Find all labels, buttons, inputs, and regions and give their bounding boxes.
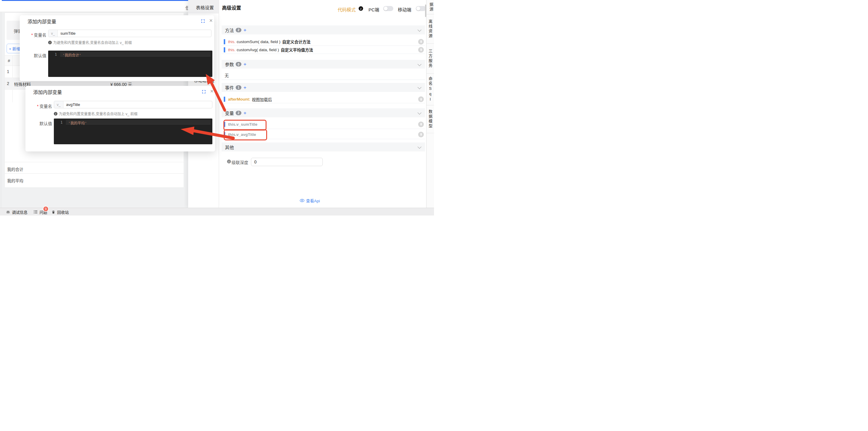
editor-code: '我的平均' [68,120,87,125]
info-icon: i [54,112,57,116]
section-header-variables[interactable]: 变量 2 + [222,108,425,117]
chevron-down-icon[interactable] [417,111,422,115]
chevron-down-icon[interactable] [417,62,422,66]
row-index: 1 [7,69,9,74]
left-divider [1,12,1,208]
close-icon[interactable]: ✕ [209,18,213,23]
strip-tab-datasource[interactable]: 据源 [427,0,434,15]
editor-line-number: 1 [55,52,57,57]
methods-count-badge: 2 [236,28,241,32]
variable-prefix: v_ [49,30,58,37]
delete-variable-button[interactable] [418,121,424,127]
method-desc: 自定义平均值方法 [281,47,313,53]
strip-tab-data-model[interactable]: 数据模型 [427,105,434,133]
variables-add-icon[interactable]: + [244,110,246,116]
editor-current-line [66,120,211,124]
default-value-code-editor[interactable]: 1 '我的合计' [48,51,212,77]
debug-info-label: 调试信息 [12,209,28,215]
delete-variable-button[interactable] [418,132,424,137]
summary-row-sum[interactable]: 我的合计 [5,162,184,174]
divider [222,80,425,80]
annotation-box-sumTitle [223,120,267,131]
editor-current-line [60,52,211,57]
summary-sum-label: 我的合计 [7,166,23,172]
panel-title: 高级设置 [222,4,241,11]
summary-row-avg[interactable]: 我的平均 [5,173,184,187]
variable-name-input[interactable] [63,101,212,108]
method-desc: 自定义合计方法 [282,38,311,45]
table-settings-title-bar[interactable]: 表格设置 [188,0,219,13]
add-variable-dialog-avg: 添加内部变量 ✕ *变量名 v_ i 为避免和内置变量重名,变量名会自动加上 v… [25,86,215,151]
row-index: 2 [7,81,9,86]
delete-event-button[interactable] [418,96,424,102]
recycle-bin-label: 回收站 [57,209,69,215]
mobile-toggle[interactable] [416,6,426,11]
editor-code: '我的合计' [63,52,81,57]
code-mode-info-icon[interactable]: i [359,6,363,11]
app-root: 低 弹窗 + 新增 # 1 2 特殊材料 ¥ 666.00 元 我的合计 我的平… [0,0,434,216]
method-signature: customSum( data, field ) [237,39,280,44]
view-api-link[interactable]: 查看Api [300,198,320,204]
method-this-prefix: this. [228,48,236,52]
event-desc: 视图加载后 [252,96,272,103]
variable-name-hint: i 为避免和内置变量重名,变量名会自动加上 v_ 前缀 [54,111,137,116]
section-header-events[interactable]: 事件 1 + [222,83,425,92]
delete-method-button[interactable] [418,47,424,53]
code-mode-label[interactable]: 代码模式 [338,6,355,12]
view-api-label: 查看Api [306,198,320,204]
editor-line-number: 1 [60,120,63,124]
strip-tab-named-sql[interactable]: 命名Sql [427,74,434,105]
variable-name-hint: i 为避免和内置变量重名,变量名会自动加上 v_ 前缀 [48,40,132,45]
method-item-customSum[interactable]: this. customSum( data, field ) 自定义合计方法 [222,38,425,46]
default-value-code-editor[interactable]: 1 '我的平均' [54,118,212,144]
variable-name-input-group: v_ [54,101,212,108]
params-count-badge: 0 [236,62,241,66]
fullscreen-icon[interactable] [202,90,206,94]
variable-name-label: *变量名 [20,32,46,38]
section-header-others[interactable]: 其他 [222,142,425,151]
variables-label: 变量 [225,110,234,116]
cascade-depth-label: 级联深度 [231,159,248,165]
variable-name-input[interactable] [58,30,211,37]
variable-name-input-group: v_ [48,30,212,37]
events-add-icon[interactable]: + [244,85,246,90]
method-item-customAvg[interactable]: this. customAvg( data, field ) 自定义平均值方法 [222,46,425,54]
required-mark: * [37,104,39,109]
add-row-button[interactable]: + 新增 [7,44,21,53]
close-icon[interactable]: ✕ [210,89,214,93]
default-value-label: 默认值 [20,52,46,58]
method-this-prefix: this. [228,39,236,44]
chevron-down-icon[interactable] [417,85,422,89]
variables-count-badge: 2 [236,111,241,115]
recycle-bin-button[interactable]: 回收站 [52,208,69,216]
cascade-info-icon[interactable]: i [227,160,231,164]
required-mark: * [31,33,33,37]
params-add-icon[interactable]: + [244,62,246,67]
event-item-afterMount[interactable]: afterMount: 视图加载后 [222,95,425,103]
fullscreen-icon[interactable] [201,19,205,23]
item-accent-bar [224,39,225,44]
advanced-settings-panel: 高级设置 代码模式 i PC端 移动端 方法 2 + this. customS… [219,0,426,208]
events-count-badge: 1 [236,85,241,90]
add-row-label: + 新增 [9,46,20,52]
chevron-down-icon[interactable] [417,145,422,149]
event-name: afterMount: [228,97,250,102]
delete-method-button[interactable] [418,39,424,45]
strip-tab-offline-resources[interactable]: 离线资源 [427,15,434,44]
dialog-title: 添加内部变量 [33,88,62,95]
cascade-depth-input[interactable] [251,158,323,166]
chevron-down-icon[interactable] [417,28,422,32]
right-tab-strip: 据源 离线资源 三方服务 命名Sql 数据模型 [426,0,434,208]
pc-toggle[interactable] [383,6,393,11]
issues-count-badge: 9 [43,206,49,212]
debug-info-button[interactable]: 调试信息 [6,208,28,216]
default-value-label: 默认值 [25,120,52,126]
strip-tab-third-party-services[interactable]: 三方服务 [427,44,434,74]
eye-icon [300,199,305,202]
methods-add-icon[interactable]: + [244,28,246,33]
section-header-methods[interactable]: 方法 2 + [222,25,425,34]
index-column-header: # [8,58,10,63]
section-header-params[interactable]: 参数 0 + [222,60,425,68]
mobile-toggle-knob [416,7,420,10]
table-settings-title: 表格设置 [196,4,214,10]
